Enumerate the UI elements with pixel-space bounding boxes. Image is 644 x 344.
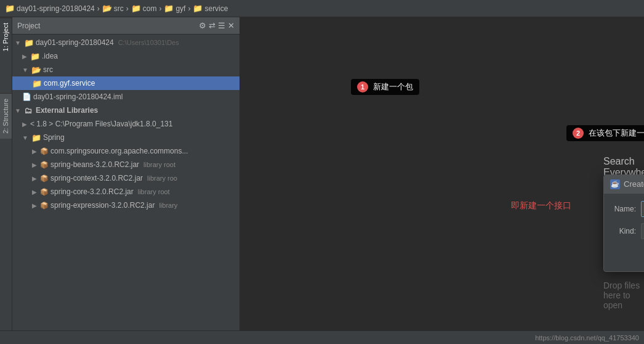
tree-context[interactable]: ▶ 📦 spring-context-3.2.0.RC2.jar library… <box>12 171 239 185</box>
drop-files-text: Drop files here to open <box>603 281 644 310</box>
dialog-buttons: OK Cancel <box>613 248 644 264</box>
jdk-arrow: ▶ <box>22 121 27 128</box>
scroll-icon[interactable]: ⇄ <box>209 21 215 30</box>
beans-jar-icon: 📦 <box>40 161 49 169</box>
expr-lib-text: library <box>159 202 177 209</box>
breadcrumb-arrow-2: › <box>126 4 129 13</box>
kind-label: Kind: <box>613 227 636 235</box>
panel-header-icons: ⚙ ⇄ ☰ ✕ <box>199 21 235 30</box>
gyf-folder-icon: 📁 <box>164 4 174 13</box>
tree-core[interactable]: ▶ 📦 spring-core-3.2.0.RC2.jar library ro… <box>12 185 239 199</box>
breadcrumb-src: 📂 src <box>102 4 124 13</box>
core-arrow: ▶ <box>32 189 37 195</box>
extlibs-icon: 🗂 <box>24 106 32 115</box>
annotation-4: 即新建一个接口 <box>505 198 578 214</box>
service-folder-icon: 📁 <box>193 4 203 13</box>
root-folder-icon: 📁 <box>24 38 34 47</box>
dialog-title-bar: ☕ Create New Class ✕ <box>604 175 644 194</box>
collapse-icon[interactable]: ☰ <box>218 21 225 30</box>
annotation-1: 1 新建一个包 <box>351 79 419 95</box>
breadcrumb-service: 📁 service <box>193 4 228 13</box>
dialog-name-row: Name: ↕ <box>613 201 644 217</box>
breadcrumb-arrow-3: › <box>159 4 161 13</box>
beans-lib-text: library root <box>143 161 175 168</box>
settings-icon[interactable]: ✕ <box>228 21 235 30</box>
tree-jdk[interactable]: ▶ < 1.8 > C:\Program Files\Java\jdk1.8.0… <box>12 117 239 131</box>
idea-arrow: ▶ <box>22 53 27 60</box>
core-lib-text: library root <box>138 188 170 195</box>
tree-spring[interactable]: ▼ 📁 Spring <box>12 131 239 144</box>
spring-icon: 📁 <box>31 133 41 142</box>
tree-ext-libs[interactable]: ▼ 🗂 External Libraries <box>12 104 239 117</box>
panel-title: Project <box>17 22 195 30</box>
create-class-dialog: ☕ Create New Class ✕ Name: ↕ Kind: Ⓘ <box>603 174 644 272</box>
dialog-title: Create New Class <box>624 179 644 189</box>
side-tab-project[interactable]: 1: Project <box>0 17 12 56</box>
project-panel: Project ⚙ ⇄ ☰ ✕ ▼ 📁 day01-spring-2018042… <box>12 17 240 344</box>
title-bar: 📁 day01-spring-20180424 › 📂 src › 📁 com … <box>0 0 644 17</box>
root-path: C:\Users\10301\Des <box>118 39 179 46</box>
expr-arrow: ▶ <box>32 202 37 209</box>
extlibs-arrow: ▼ <box>15 107 21 114</box>
beans-arrow: ▶ <box>32 162 37 168</box>
kind-select[interactable]: Ⓘ Interface ▾ <box>641 223 644 239</box>
side-tab-structure[interactable]: 2: Structure <box>0 93 12 139</box>
context-jar-icon: 📦 <box>40 174 49 182</box>
dialog-body: Name: ↕ Kind: Ⓘ Interface ▾ <box>604 194 644 271</box>
dialog-kind-row: Kind: Ⓘ Interface ▾ <box>613 223 644 239</box>
tree-beans[interactable]: ▶ 📦 spring-beans-3.2.0.RC2.jar library r… <box>12 158 239 171</box>
src-folder-icon: 📂 <box>102 4 112 13</box>
commons-arrow: ▶ <box>32 148 37 155</box>
tree-root[interactable]: ▼ 📁 day01-spring-20180424 C:\Users\10301… <box>12 36 239 49</box>
dialog-app-icon: ☕ <box>610 179 620 189</box>
project-tree: ▼ 📁 day01-spring-20180424 C:\Users\10301… <box>12 35 239 344</box>
breadcrumb-gyf: 📁 gyf <box>164 4 185 13</box>
status-bar: https://blog.csdn.net/qq_41753340 <box>0 330 644 344</box>
tree-expression[interactable]: ▶ 📦 spring-expression-3.2.0.RC2.jar libr… <box>12 199 239 212</box>
name-label: Name: <box>613 205 636 213</box>
context-lib-text: library roo <box>147 174 177 182</box>
breadcrumb-arrow-1: › <box>97 4 100 13</box>
tree-com-gyf-service[interactable]: 📁 com.gyf.service <box>12 76 239 90</box>
iml-icon: 📄 <box>22 92 31 101</box>
spring-arrow: ▼ <box>22 134 28 141</box>
breadcrumb-com: 📁 com <box>131 4 157 13</box>
service-pkg-icon: 📁 <box>32 79 42 88</box>
circle-2: 2 <box>573 128 584 139</box>
name-input[interactable] <box>641 201 644 217</box>
expr-jar-icon: 📦 <box>40 202 49 210</box>
tree-src[interactable]: ▼ 📂 src <box>12 63 239 76</box>
idea-folder-icon: 📁 <box>30 52 40 61</box>
left-side-tabs: 1: Project 2: Structure <box>0 17 12 344</box>
breadcrumb-project: 📁 day01-spring-20180424 <box>5 4 95 13</box>
breadcrumb-arrow-4: › <box>188 4 190 13</box>
gear-icon[interactable]: ⚙ <box>199 21 206 30</box>
main-layout: 1: Project 2: Structure Project ⚙ ⇄ ☰ ✕ … <box>0 17 644 344</box>
core-jar-icon: 📦 <box>40 188 49 196</box>
src-arrow: ▼ <box>22 67 28 73</box>
annotation-2: 2 在该包下新建一个类 <box>566 125 644 141</box>
content-area: 1 新建一个包 2 在该包下新建一个类 Search Everywhere Do… <box>240 17 644 344</box>
status-url: https://blog.csdn.net/qq_41753340 <box>535 334 639 342</box>
context-arrow: ▶ <box>32 175 37 182</box>
tree-idea[interactable]: ▶ 📁 .idea <box>12 49 239 63</box>
com-folder-icon: 📁 <box>131 4 141 13</box>
panel-header: Project ⚙ ⇄ ☰ ✕ <box>12 17 239 35</box>
project-folder-icon: 📁 <box>5 4 15 13</box>
root-arrow: ▼ <box>15 39 21 46</box>
tree-iml[interactable]: 📄 day01-spring-20180424.iml <box>12 90 239 104</box>
commons-jar-icon: 📦 <box>40 147 49 155</box>
src-folder-icon: 📂 <box>31 65 41 75</box>
tree-commons[interactable]: ▶ 📦 com.springsource.org.apache.commons.… <box>12 144 239 158</box>
circle-1: 1 <box>357 81 368 92</box>
